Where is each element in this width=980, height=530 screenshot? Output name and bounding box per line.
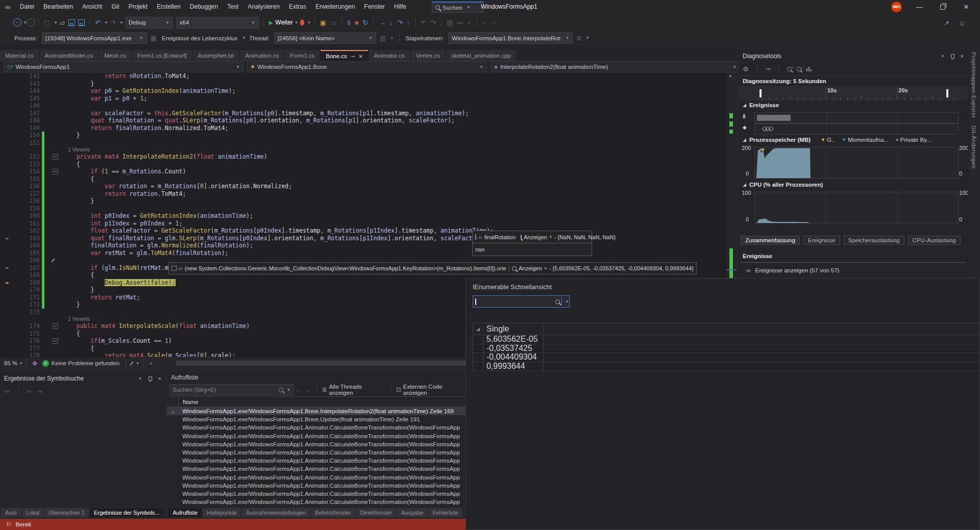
code-line[interactable]: 154 if (1 == m_Rotations.Count) [0,168,727,175]
menu-analysieren[interactable]: Analysieren [243,0,284,14]
datatip-finalrotation[interactable]: ∞ finalRotation Anzeigen ▼ - {NaN, NaN, … [472,231,592,256]
breadcrumb-2[interactable]: ◈InterpolateRotation2(float animationTim… [491,61,740,72]
view-dropdown[interactable]: Anzeigen [524,234,547,240]
hot-reload-icon[interactable] [300,19,304,26]
close-tab-icon[interactable]: ✕ [358,54,362,59]
save-all-icon[interactable] [78,19,85,26]
quickwatch-row[interactable]: -0,004409304 [473,353,979,362]
callstack-row[interactable]: WindowsFormsApp1.exe!WindowsFormsApp1.An… [167,432,465,440]
tab-assimpnet-txt[interactable]: AssimpNet.txt [193,50,239,61]
callstack-row[interactable]: WindowsFormsApp1.exe!WindowsFormsApp1.An… [167,457,465,465]
toolbox-icon[interactable]: ▣ [320,19,326,27]
save-icon[interactable] [68,19,75,26]
events-link-row[interactable]: ≫ Ereignisse anzeigen (57 von 57) [746,267,839,273]
process-dropdown[interactable]: [19348] WindowsFormsApp1.exe▼ [42,32,147,44]
quickwatch-row[interactable]: -0,03537425 [473,344,979,354]
pin-tools-icon[interactable]: ▭ [330,19,336,27]
open-file-icon[interactable]: ▱ [60,19,65,27]
cpu-section-header[interactable]: ◢CPU (% aller Prozessoren) [740,182,826,188]
pause-icon[interactable]: ‖ [347,19,350,27]
menu-fenster[interactable]: Fenster [359,0,389,14]
window-menu-icon[interactable]: ▼ [138,376,142,381]
menu-bearbeiten[interactable]: Bearbeiten [39,0,78,14]
undo-icon[interactable]: ↶ [95,19,101,27]
menu-git[interactable]: Git [107,0,124,14]
expand-checkbox[interactable] [172,266,177,271]
user-avatar[interactable]: WA [891,2,902,12]
code-line[interactable]: →163 quat finalRotation = glm.SLerp(m_Ro… [0,235,727,242]
close-button[interactable]: ✕ [954,0,978,14]
tab-ergebnisse-der-symbols-[interactable]: Ergebnisse der Symbols... [90,508,163,517]
code-line[interactable]: 152 private mat4 InterpolateRotation2(fl… [0,153,727,161]
tab-direktfenster[interactable]: Direktfenster [356,508,396,517]
callstack-row[interactable]: WindowsFormsApp1.exe!WindowsFormsApp1.An… [167,473,465,482]
diag-tab-zusammenfassung[interactable]: Zusammenfassung [741,236,800,245]
next-result-icon[interactable]: ⇒ [37,388,42,395]
code-line[interactable]: 161 int p1Index = p0Index + 1; [0,220,727,228]
restore-button[interactable] [931,0,954,14]
code-map-icon[interactable]: ▤ [447,19,453,27]
search-box[interactable]: Suchen ▼ [432,2,484,13]
undo-nav-icon[interactable]: ↶ [421,19,426,27]
code-line[interactable]: 159 [0,205,727,213]
callstack-row[interactable]: WindowsFormsApp1.exe!WindowsFormsApp1.An… [167,498,465,506]
codelens-row[interactable]: 1 Verweis [0,146,727,153]
thread-dropdown[interactable]: [24556] <Kein Name>▼ [274,32,376,44]
export-icon[interactable]: ↪ [766,65,771,72]
code-line[interactable]: 153 { [0,161,727,168]
step-out-icon[interactable]: ↑ [407,19,410,27]
menu-datei[interactable]: Datei [15,0,39,14]
code-line[interactable]: 164 finalRotation = glm.Normalized(final… [0,242,727,249]
zoom-out-icon[interactable] [797,67,801,71]
column-header[interactable]: Single [483,324,544,334]
continue-button[interactable]: Weiter [275,19,292,26]
forward-icon[interactable]: → [305,386,311,394]
minimize-button[interactable]: — [908,0,931,14]
tab-material-cs[interactable]: Material.cs [0,50,39,61]
show-external-code-button[interactable]: Externen Code anzeigen [403,384,465,396]
show-next-statement-icon[interactable]: → [379,19,385,27]
close-icon[interactable]: × [158,375,161,382]
share-icon[interactable]: ↗ [944,19,949,27]
tab-auto[interactable]: Auto [1,508,21,517]
tab-git-changes[interactable]: Git-Änderungen [971,125,977,169]
callstack-row[interactable]: WindowsFormsApp1.exe!WindowsFormsApp1.An… [167,490,465,498]
reset-view-icon[interactable] [806,66,812,71]
callstack-row[interactable]: →WindowsFormsApp1.exe!WindowsFormsApp1.B… [167,407,465,415]
pin-icon[interactable] [149,376,152,381]
back-icon[interactable]: ← [296,386,303,394]
fold-icon[interactable] [53,323,58,329]
tab-ausgabe[interactable]: Ausgabe [397,508,427,517]
clear-list-icon[interactable]: ≔ [4,388,10,395]
callstack-row[interactable]: WindowsFormsApp1.exe!WindowsFormsApp1.An… [167,448,465,457]
expand-checkbox[interactable] [475,235,476,240]
new-item-icon[interactable]: ▢ [44,19,50,27]
stackframe-options-icon[interactable]: ≣ [576,34,582,42]
stop-icon[interactable]: ■ [355,19,359,27]
callstack-row[interactable]: WindowsFormsApp1.exe!WindowsFormsApp1.Bo… [167,415,465,423]
callstack-row[interactable]: WindowsFormsApp1.exe!WindowsFormsApp1.An… [167,440,465,448]
lifecycle-events-button[interactable]: Ereignisse des Lebenszyklus [162,35,237,41]
code-line[interactable]: 146 [0,102,727,110]
stackframe-dropdown[interactable]: WindowsFormsApp1.Bone.InterpolateRot:▼ [448,32,573,44]
redo-icon[interactable]: ↷ [110,19,116,27]
gear-icon[interactable]: ⚙ [743,65,749,73]
callstack-row[interactable]: WindowsFormsApp1.exe!WindowsFormsApp1.An… [167,482,465,490]
pin-icon[interactable] [951,54,954,59]
restart-icon[interactable]: ↻ [362,19,368,27]
navigate-forward-icon[interactable]: → [27,18,35,27]
callstack-search-input[interactable]: Suchen (Strg+E) ▼ [169,384,294,395]
code-line[interactable]: 157 return rotation.ToMat4; [0,190,727,198]
tab-skeletal-animation-cpp[interactable]: skeletal_animation.cpp [446,50,516,61]
tab-befehlsfenster[interactable]: Befehlsfenster [311,508,355,517]
view-dropdown[interactable]: Anzeigen [519,265,542,271]
prev-result-icon[interactable]: ⇐ [27,388,32,395]
events-section-header[interactable]: ◢Ereignisse [740,102,782,108]
code-line[interactable]: 145 var p1 = p0 + 1; [0,95,727,103]
pin-link-icon[interactable]: ∞ [478,234,482,240]
tab-bone-cs[interactable]: Bone.cs⊸✕ [321,50,368,61]
tab-lokal[interactable]: Lokal [22,508,43,517]
code-line[interactable]: 149 return finalRotation.Normalized.ToMa… [0,124,727,132]
code-line[interactable]: 158 } [0,197,727,205]
solution-config-dropdown[interactable]: Debug▼ [125,17,173,29]
